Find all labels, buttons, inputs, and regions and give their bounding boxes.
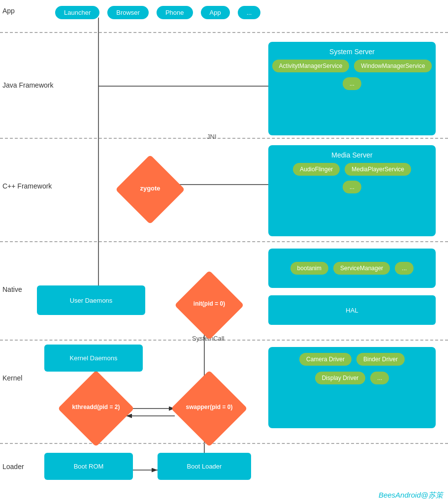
user-daemons-label: User Daemons — [70, 297, 113, 304]
kernel-daemons-label: Kernel Daemons — [70, 354, 118, 362]
app-pills-row: Launcher Browser Phone App ... — [54, 5, 261, 20]
hal-label: HAL — [346, 307, 358, 314]
swapper-diamond-container: swapper(pid = 0) — [175, 391, 244, 426]
diagram: App Java Framework C++ Framework Native … — [0, 0, 448, 504]
media-server-box: Media Server AudioFlinger MediaPlayerSer… — [268, 145, 436, 236]
media-server-ellipsis-pill: ... — [343, 181, 361, 193]
watermark: BeesAndroid@苏策 — [379, 491, 443, 500]
cpp-framework-label: C++ Framework — [2, 182, 52, 190]
jni-label: JNI — [207, 133, 217, 140]
divider-app — [0, 32, 448, 33]
loader-label: Loader — [2, 463, 24, 471]
native-services-box: bootanim ServiceManager ... — [268, 249, 436, 288]
init-label: init(pid = 0) — [177, 300, 241, 307]
kthreadd-diamond-container: kthreadd(pid = 2) — [59, 391, 133, 426]
boot-rom-label: Boot ROM — [74, 463, 104, 470]
mediaplayer-pill: MediaPlayerService — [345, 163, 411, 176]
native-label: Native — [2, 285, 22, 293]
divider-kernel — [0, 443, 448, 444]
user-daemons-box: User Daemons — [37, 285, 145, 315]
init-diamond-container: init(pid = 0) — [177, 288, 241, 322]
bootanim-pill: bootanim — [290, 262, 328, 275]
system-server-ellipsis-pill: ... — [343, 77, 361, 90]
kernel-label: Kernel — [2, 374, 22, 382]
phone-pill: Phone — [156, 5, 194, 20]
zygote-diamond-container: zygote — [118, 172, 182, 207]
hal-box: HAL — [268, 295, 436, 325]
binder-driver-pill: Binder Driver — [356, 353, 405, 366]
activity-manager-pill: ActivitytManagerService — [272, 60, 350, 72]
display-driver-pill: Display Driver — [315, 372, 366, 384]
system-server-box: System Server ActivitytManagerService Wi… — [268, 42, 436, 135]
divider-jni — [0, 138, 448, 139]
app-pill: App — [200, 5, 231, 20]
boot-loader-label: Boot Loader — [187, 463, 222, 470]
kernel-daemons-box: Kernel Daemons — [44, 345, 143, 372]
browser-pill: Browser — [106, 5, 150, 20]
servicemanager-pill: ServiceManager — [333, 262, 390, 275]
system-server-title: System Server — [274, 48, 430, 56]
kernel-drivers-box: Camera Driver Binder Driver Display Driv… — [268, 347, 436, 428]
divider-cpp — [0, 241, 448, 242]
java-framework-label: Java Framework — [2, 81, 53, 89]
boot-rom-box: Boot ROM — [44, 453, 133, 480]
swapper-label: swapper(pid = 0) — [175, 404, 244, 410]
boot-loader-box: Boot Loader — [158, 453, 251, 480]
app-label: App — [2, 7, 15, 15]
audioflinger-pill: AudioFlinger — [293, 163, 340, 176]
native-ellipsis-pill: ... — [395, 262, 414, 275]
ellipsis-pill: ... — [237, 5, 262, 20]
kthreadd-label: kthreadd(pid = 2) — [59, 404, 133, 410]
launcher-pill: Launcher — [54, 5, 100, 20]
media-server-title: Media Server — [274, 151, 430, 159]
zygote-label: zygote — [118, 185, 182, 192]
kernel-ellipsis-pill: ... — [370, 372, 389, 384]
window-manager-pill: WindowManagerService — [354, 60, 432, 72]
camera-driver-pill: Camera Driver — [299, 353, 352, 366]
